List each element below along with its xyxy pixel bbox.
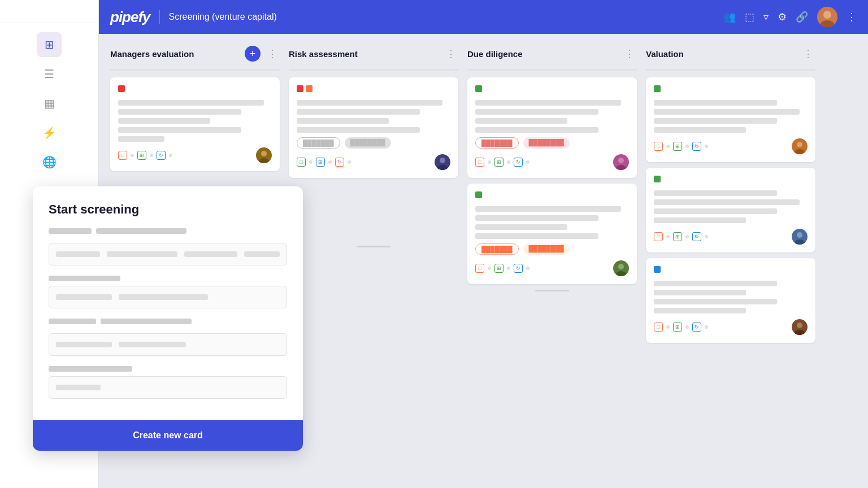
card-footer: □ ⊞ ↻ [654,229,808,245]
create-card-label: Create new card [133,430,203,440]
card-line [654,308,746,313]
dot [150,154,153,157]
column-more-button[interactable]: ⋮ [444,45,458,62]
input-placeholder [107,251,177,257]
card-badges: ███████ ████████ [475,137,629,149]
dot [169,154,172,157]
card-line [475,109,598,115]
sidebar-item-globe[interactable]: 🌐 [37,150,62,175]
card-line [654,100,777,106]
robot-icon: ⚡ [42,126,57,140]
card-line [475,206,621,212]
card-icon-blue: ↻ [157,151,166,160]
sidebar-item-grid[interactable]: ⊞ [37,32,62,57]
field-label-2 [49,276,120,281]
kanban-card[interactable]: □ ⊞ ↻ [110,77,280,171]
card-footer: □ ⊞ ↻ [118,147,272,163]
card-icon: ↻ [692,142,701,151]
card-line [118,118,210,124]
dot [705,235,708,238]
sidebar-item-list[interactable]: ☰ [37,62,62,86]
dot [488,267,491,270]
dot [309,160,313,164]
column-more-button[interactable]: ⋮ [622,45,637,62]
dot [488,160,491,164]
kanban-card[interactable]: □ ⊞ ↻ [646,168,815,252]
column-header: Due diligence ⋮ [467,45,637,62]
column-more-button[interactable]: ⋮ [265,45,280,62]
badge-fill-orange: ████████ [523,243,570,255]
field-input-4[interactable] [49,376,287,399]
settings-icon[interactable]: ⚙ [778,11,787,23]
card-icon: □ [654,142,663,151]
kanban-card[interactable]: □ ⊞ ↻ [646,77,815,162]
card-icon: ↻ [514,158,523,167]
field-input-2[interactable] [49,286,287,308]
more-icon[interactable]: ⋮ [847,11,857,23]
card-icon: ⊞ [673,232,682,241]
svg-point-19 [797,232,802,238]
card-avatar [435,154,450,170]
card-tags [118,85,272,95]
field-input-3[interactable] [49,333,287,356]
sidebar-item-table[interactable]: ▦ [37,91,62,116]
tag-green [475,85,482,92]
link-icon[interactable]: 🔗 [796,11,808,23]
tag-orange [306,85,313,92]
field-input-1[interactable] [49,243,287,265]
column-line [467,69,637,71]
dot [685,235,689,238]
scroll-area [467,290,637,291]
card-badges: ███████ ████████ [475,243,629,255]
card-avatar [256,147,272,163]
tag-green [654,176,661,182]
add-card-button[interactable]: + [245,46,261,62]
dot [705,145,708,148]
kanban-card[interactable]: ███████ ████████ □ ⊞ ↻ [467,77,637,178]
input-placeholder [56,294,112,300]
kanban-card[interactable]: □ ⊞ ↻ [646,258,815,343]
badge-outline: ███████ [297,137,340,149]
card-icon: ⊞ [316,158,325,167]
sidebar-item-automation[interactable]: ⚡ [37,120,62,145]
column-risk-assessment: Risk assessment ⋮ ███████ ████████ □ ⊞ [289,45,458,477]
card-icon: □ [297,158,306,167]
card-line [654,127,746,133]
column-line [110,69,280,71]
tag-red [118,85,125,92]
card-tags [654,176,808,186]
dot [666,325,670,329]
dot [507,267,510,270]
card-line [297,109,420,115]
card-line [654,217,746,223]
card-line [475,233,598,239]
column-more-button[interactable]: ⋮ [801,45,815,62]
svg-point-16 [797,142,802,147]
column-header: Managers evaluation + ⋮ [110,45,280,62]
users-icon[interactable]: 👥 [723,11,736,23]
kanban-card[interactable]: ███████ ████████ □ ⊞ ↻ [289,77,458,178]
card-avatar [613,154,629,170]
create-card-button[interactable]: Create new card [33,420,303,451]
svg-point-4 [261,151,267,156]
card-line [654,118,777,124]
header: pipefy Screening (venture capital) 👥 ⬚ ▿… [99,0,868,34]
badge-outline-red: ███████ [475,137,519,149]
column-line [289,69,458,71]
avatar[interactable] [817,7,837,27]
card-line [297,127,420,133]
column-valuation: Valuation ⋮ □ ⊞ ↻ [646,45,815,477]
card-line [475,118,567,124]
badge-outline-orange: ███████ [475,243,519,255]
scroll-bar [535,290,569,291]
field-group-1 [49,228,287,265]
card-line [118,136,164,142]
kanban-card[interactable]: ███████ ████████ □ ⊞ ↻ [467,184,637,284]
card-icon: □ [654,323,663,332]
card-line [118,109,241,115]
label-skeleton [96,228,186,234]
card-badges: ███████ ████████ [297,137,450,149]
filter-icon[interactable]: ▿ [763,11,769,23]
import-icon[interactable]: ⬚ [745,11,754,23]
label-skeleton [49,319,96,324]
